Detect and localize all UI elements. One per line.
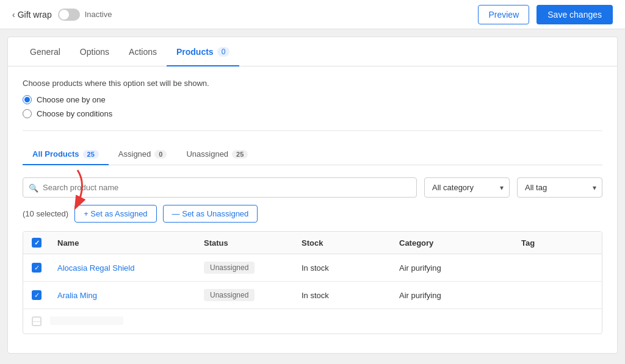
sub-tab-unassigned[interactable]: Unassigned 25 bbox=[176, 143, 258, 165]
header-checkbox-cell: ✓ bbox=[23, 238, 50, 248]
main-tabs: General Options Actions Products 0 bbox=[8, 37, 617, 66]
status-badge-2: Unassigned bbox=[204, 289, 255, 301]
set-unassigned-button[interactable]: — Set as Unassigned bbox=[163, 205, 258, 223]
radio-by-conditions[interactable]: Choose by conditions bbox=[23, 109, 602, 118]
back-arrow-icon: ‹ bbox=[12, 10, 15, 20]
page-title: Gift wrap bbox=[18, 10, 52, 20]
main-content: General Options Actions Products 0 Choos… bbox=[7, 37, 618, 354]
table-row: — bbox=[23, 309, 602, 334]
product-table: ✓ Name Status Stock Category Tag ✓ Aloca… bbox=[23, 231, 602, 334]
top-bar-left: ‹ Gift wrap Inactive bbox=[12, 9, 471, 21]
action-row: (10 selected) + Set as Assigned — Set as… bbox=[23, 205, 602, 223]
row-checkbox-cell-3: — bbox=[23, 316, 50, 326]
row-tag-2 bbox=[514, 289, 575, 301]
category-select-wrap: All category Air purifying Flowering Fol… bbox=[424, 177, 510, 198]
row-checkbox-1[interactable]: ✓ bbox=[32, 263, 42, 273]
assigned-badge: 0 bbox=[154, 150, 167, 159]
row-checkbox-cell-2: ✓ bbox=[23, 289, 50, 301]
check-icon: ✓ bbox=[34, 292, 40, 299]
unassigned-badge: 25 bbox=[232, 150, 248, 159]
sub-tab-all[interactable]: All Products 25 bbox=[23, 143, 109, 165]
row-name-1: Alocasia Regal Shield bbox=[50, 262, 197, 274]
status-badge-1: Unassigned bbox=[204, 262, 255, 274]
row-category-1: Air purifying bbox=[392, 262, 514, 274]
active-toggle[interactable] bbox=[58, 9, 80, 21]
check-icon: ✓ bbox=[34, 240, 40, 246]
back-link[interactable]: ‹ Gift wrap bbox=[12, 10, 52, 20]
tab-general[interactable]: General bbox=[20, 37, 70, 66]
set-assigned-button[interactable]: + Set as Assigned bbox=[74, 205, 156, 223]
products-tab-badge: 0 bbox=[217, 47, 230, 57]
search-icon: 🔍 bbox=[29, 183, 38, 192]
row-name-2: Aralia Ming bbox=[50, 289, 197, 301]
tab-actions[interactable]: Actions bbox=[119, 37, 167, 66]
content-area: Choose products where this option set wi… bbox=[8, 66, 617, 346]
sub-tabs: All Products 25 Assigned 0 Unassigned 25 bbox=[23, 143, 602, 165]
search-wrap: 🔍 bbox=[23, 177, 417, 198]
tab-options[interactable]: Options bbox=[70, 37, 119, 66]
row-stock-2: In stock bbox=[294, 289, 392, 301]
selected-count: (10 selected) bbox=[23, 209, 68, 218]
preview-button[interactable]: Preview bbox=[478, 5, 529, 24]
row-category-3 bbox=[392, 316, 514, 326]
header-checkbox[interactable]: ✓ bbox=[32, 238, 42, 248]
row-name-3 bbox=[50, 316, 123, 325]
table-row: ✓ Alocasia Regal Shield Unassigned In st… bbox=[23, 254, 602, 282]
row-stock-1: In stock bbox=[294, 262, 392, 274]
row-status-2: Unassigned bbox=[197, 289, 294, 301]
radio-one-by-one-label: Choose one by one bbox=[37, 95, 106, 104]
check-icon: ✓ bbox=[34, 265, 40, 271]
tab-products[interactable]: Products 0 bbox=[167, 37, 239, 66]
row-checkbox-3[interactable]: — bbox=[32, 316, 42, 326]
radio-one-by-one-input[interactable] bbox=[23, 95, 32, 104]
table-row: ✓ Aralia Ming Unassigned In stock Air pu… bbox=[23, 282, 602, 309]
col-category: Category bbox=[392, 238, 514, 248]
tag-select[interactable]: All tag Indoor Outdoor Rare bbox=[517, 177, 602, 198]
col-stock: Stock bbox=[294, 238, 392, 248]
row-category-2: Air purifying bbox=[392, 289, 514, 301]
row-checkbox-cell-1: ✓ bbox=[23, 262, 50, 274]
radio-one-by-one[interactable]: Choose one by one bbox=[23, 95, 602, 104]
table-header: ✓ Name Status Stock Category Tag bbox=[23, 232, 602, 254]
tag-select-wrap: All tag Indoor Outdoor Rare bbox=[517, 177, 602, 198]
radio-by-conditions-input[interactable] bbox=[23, 109, 32, 118]
toggle-label: Inactive bbox=[85, 10, 112, 19]
filter-row: 🔍 All category Air purifying Flowering F… bbox=[23, 177, 602, 198]
divider bbox=[23, 130, 602, 131]
product-link-2[interactable]: Aralia Ming bbox=[57, 291, 97, 300]
row-stock-3 bbox=[294, 316, 392, 326]
top-bar: ‹ Gift wrap Inactive Preview Save change… bbox=[0, 0, 625, 29]
search-input[interactable] bbox=[23, 177, 417, 198]
col-tag: Tag bbox=[514, 238, 575, 248]
radio-by-conditions-label: Choose by conditions bbox=[37, 109, 112, 118]
col-status: Status bbox=[197, 238, 294, 248]
section-label: Choose products where this option set wi… bbox=[23, 79, 602, 88]
toggle-container: Inactive bbox=[58, 9, 112, 21]
col-name: Name bbox=[50, 238, 197, 248]
sub-tab-assigned[interactable]: Assigned 0 bbox=[109, 143, 177, 165]
product-link-1[interactable]: Alocasia Regal Shield bbox=[57, 263, 134, 273]
dash-icon: — bbox=[33, 318, 40, 325]
row-status-1: Unassigned bbox=[197, 262, 294, 274]
row-tag-3 bbox=[514, 316, 575, 326]
row-tag-1 bbox=[514, 262, 575, 274]
row-checkbox-2[interactable]: ✓ bbox=[32, 290, 42, 300]
all-products-badge: 25 bbox=[83, 150, 99, 159]
radio-group: Choose one by one Choose by conditions bbox=[23, 95, 602, 118]
category-select[interactable]: All category Air purifying Flowering Fol… bbox=[424, 177, 510, 198]
row-status-3 bbox=[197, 316, 294, 326]
save-button[interactable]: Save changes bbox=[536, 5, 613, 24]
